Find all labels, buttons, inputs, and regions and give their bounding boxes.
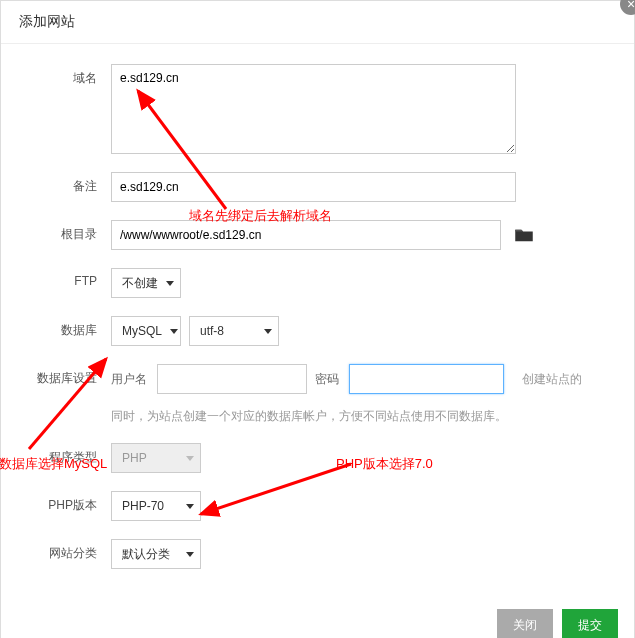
db-user-label: 用户名: [111, 371, 147, 388]
php-label: PHP版本: [31, 491, 111, 514]
chevron-down-icon: [186, 504, 194, 509]
db-settings-label: 数据库设置: [31, 364, 111, 387]
root-input[interactable]: [111, 220, 501, 250]
chevron-down-icon: [186, 552, 194, 557]
php-selected: PHP-70: [122, 499, 164, 513]
db-pass-input[interactable]: [349, 364, 504, 394]
remark-label: 备注: [31, 172, 111, 195]
db-engine-selected: MySQL: [122, 324, 162, 338]
db-charset-selected: utf-8: [200, 324, 224, 338]
db-pass-label: 密码: [315, 371, 339, 388]
folder-icon[interactable]: [515, 228, 533, 242]
ftp-select[interactable]: 不创建: [111, 268, 181, 298]
category-label: 网站分类: [31, 539, 111, 562]
chevron-down-icon: [264, 329, 272, 334]
db-side-hint: 创建站点的: [522, 371, 582, 388]
dialog-title: 添加网站: [1, 1, 634, 44]
db-user-input[interactable]: [157, 364, 307, 394]
close-button[interactable]: 关闭: [497, 609, 553, 638]
ftp-selected: 不创建: [122, 275, 158, 292]
root-label: 根目录: [31, 220, 111, 243]
dialog-footer: 关闭 提交: [1, 597, 634, 638]
program-selected: PHP: [122, 451, 147, 465]
remark-input[interactable]: [111, 172, 516, 202]
db-hint: 同时，为站点创建一个对应的数据库帐户，方便不同站点使用不同数据库。: [111, 408, 604, 425]
db-label: 数据库: [31, 316, 111, 339]
form-body: 域名 备注 根目录 FTP 不创建: [1, 44, 634, 597]
ftp-label: FTP: [31, 268, 111, 288]
db-charset-select[interactable]: utf-8: [189, 316, 279, 346]
domain-input[interactable]: [111, 64, 516, 154]
submit-button[interactable]: 提交: [562, 609, 618, 638]
domain-label: 域名: [31, 64, 111, 87]
db-engine-select[interactable]: MySQL: [111, 316, 181, 346]
add-site-dialog: × 添加网站 域名 备注 根目录 FTP: [0, 0, 635, 638]
category-select[interactable]: 默认分类: [111, 539, 201, 569]
chevron-down-icon: [186, 456, 194, 461]
category-selected: 默认分类: [122, 546, 170, 563]
php-select[interactable]: PHP-70: [111, 491, 201, 521]
program-select: PHP: [111, 443, 201, 473]
chevron-down-icon: [170, 329, 178, 334]
chevron-down-icon: [166, 281, 174, 286]
program-label: 程序类型: [31, 443, 111, 466]
